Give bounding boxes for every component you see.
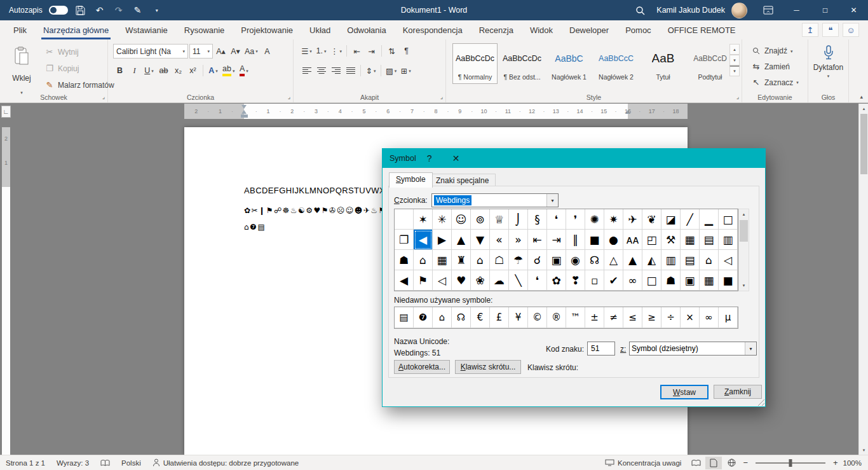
symbol-cell[interactable]: ✺: [585, 209, 604, 230]
zoom-percentage[interactable]: 100%: [841, 459, 868, 467]
symbol-cell[interactable]: ◁: [719, 250, 738, 270]
document-scrollbar[interactable]: ▴ ▾: [858, 104, 868, 455]
bold-button[interactable]: B: [113, 64, 126, 78]
symbol-cell[interactable]: □: [642, 270, 661, 291]
symbol-cell[interactable]: ✷: [604, 209, 623, 230]
zoom-slider-thumb[interactable]: [789, 459, 792, 467]
sort-button[interactable]: ⇅: [385, 44, 398, 58]
symbol-cell[interactable]: ❣: [566, 270, 585, 291]
maximize-button[interactable]: □: [811, 0, 839, 20]
find-button[interactable]: Znajdź ▾: [749, 45, 801, 57]
dialog-font-combobox[interactable]: Webdings ▾: [431, 193, 559, 207]
dictate-button[interactable]: Dyktafon ▾: [808, 45, 848, 78]
select-button[interactable]: ↖ Zaznacz ▾: [749, 76, 801, 88]
ribbon-tab-projektowanie[interactable]: Projektowanie: [233, 20, 301, 39]
symbol-cell[interactable]: ▦: [700, 270, 719, 291]
format-painter-button[interactable]: ✎ Malarz formatów: [42, 79, 117, 91]
scrollbar-thumb[interactable]: [740, 220, 748, 242]
symbol-cell[interactable]: §: [528, 209, 547, 230]
symbol-cell[interactable]: ◀: [395, 270, 414, 291]
recent-symbol-cell[interactable]: ☊: [452, 307, 471, 328]
symbol-cell[interactable]: ◁: [433, 270, 452, 291]
symbol-cell[interactable]: ⇤: [528, 230, 547, 250]
zoom-out-button[interactable]: −: [740, 458, 750, 467]
style-card-¶ Normalny[interactable]: AaBbCcDc¶ Normalny: [452, 43, 498, 84]
symbol-cell[interactable]: ◰: [642, 230, 661, 250]
print-layout-icon[interactable]: [705, 457, 722, 469]
symbol-cell[interactable]: ❛: [528, 270, 547, 291]
symbol-cell[interactable]: ▥: [719, 230, 738, 250]
decrease-indent-button[interactable]: ⇤: [350, 44, 363, 58]
symbol-cell[interactable]: ✔: [604, 270, 623, 291]
symbol-cell[interactable]: ✳: [433, 209, 452, 230]
symbol-cell[interactable]: ▤: [700, 230, 719, 250]
web-layout-icon[interactable]: [723, 457, 740, 469]
symbol-cell[interactable]: «: [490, 230, 509, 250]
gallery-more-icon[interactable]: ▾: [729, 66, 740, 76]
vertical-ruler[interactable]: 21: [2, 127, 10, 455]
ribbon-display-options-icon[interactable]: [754, 0, 782, 20]
symbol-cell[interactable]: ▲: [623, 250, 642, 270]
recent-symbol-cell[interactable]: μ: [719, 307, 738, 328]
focus-mode-button[interactable]: Koncentracja uw​agi: [599, 455, 687, 470]
page-number-status[interactable]: Strona 1 z 1: [0, 455, 51, 470]
paste-button[interactable]: Wklej ▾: [5, 43, 38, 97]
symbol-cell[interactable]: ⌂: [700, 250, 719, 270]
underline-button[interactable]: U▾: [142, 64, 156, 78]
user-avatar[interactable]: [731, 3, 747, 18]
align-center-button[interactable]: [315, 64, 328, 78]
proofing-book-icon[interactable]: [95, 455, 116, 470]
ribbon-tab-odwołania[interactable]: Odwołania: [339, 20, 394, 39]
symbol-cell[interactable]: ⇥: [547, 230, 566, 250]
font-color-button[interactable]: A▾: [237, 64, 250, 78]
style-card-Nagłówek 1[interactable]: AaBbCNagłówek 1: [546, 43, 592, 84]
symbol-cell[interactable]: ▼: [471, 230, 490, 250]
symbol-cell[interactable]: ⌂: [471, 250, 490, 270]
symbol-cell[interactable]: ❛: [547, 209, 566, 230]
autocorrect-button[interactable]: Autokorekta...: [394, 360, 450, 374]
symbol-cell[interactable]: ☌: [528, 250, 547, 270]
grow-font-button[interactable]: A▴: [214, 45, 227, 59]
strikethrough-button[interactable]: ab: [157, 64, 170, 78]
recent-symbol-cell[interactable]: ¥: [509, 307, 528, 328]
collapse-ribbon-icon[interactable]: ▴: [860, 93, 863, 100]
ribbon-tab-pomoc[interactable]: Pomoc: [617, 20, 659, 39]
style-card-Nagłówek 2[interactable]: AaBbCcCNagłówek 2: [593, 43, 639, 84]
chevron-down-icon[interactable]: ▾: [546, 194, 558, 207]
symbol-cell[interactable]: ❀: [471, 270, 490, 291]
dialog-close-button[interactable]: ✕: [443, 149, 470, 168]
symbol-cell[interactable]: ▤: [681, 250, 700, 270]
ribbon-tab-układ[interactable]: Układ: [301, 20, 339, 39]
font-size-combobox[interactable]: 11 ▾: [189, 44, 213, 59]
share-icon[interactable]: ↥: [802, 23, 818, 37]
tab-znaki-specjalne[interactable]: Znaki specjalne: [429, 174, 496, 187]
recent-symbol-cell[interactable]: ±: [585, 307, 604, 328]
symbol-cell[interactable]: ▦: [433, 250, 452, 270]
recent-symbol-cell[interactable]: ®: [547, 307, 566, 328]
scrollbar-thumb[interactable]: [860, 114, 867, 174]
symbol-cell[interactable]: ♕: [490, 209, 509, 230]
superscript-button[interactable]: x²: [186, 64, 200, 78]
symbol-cell[interactable]: ☗: [661, 270, 681, 291]
cut-button[interactable]: ✂ Wytnij: [42, 46, 117, 58]
font-name-combobox[interactable]: Calibri Light (Na ▾: [113, 44, 188, 59]
zoom-slider[interactable]: [756, 462, 825, 464]
style-card-¶ Bez odst...[interactable]: AaBbCcDc¶ Bez odst...: [499, 43, 545, 84]
symbol-cell[interactable]: ▦: [681, 230, 700, 250]
numbering-button[interactable]: 1.▾: [315, 44, 328, 58]
symbol-cell[interactable]: ╲: [509, 270, 528, 291]
symbol-cell[interactable]: ∞: [623, 270, 642, 291]
recent-symbol-cell[interactable]: ≥: [642, 307, 661, 328]
symbol-cell[interactable]: ❜: [566, 209, 585, 230]
symbol-cell[interactable]: ⚒: [661, 230, 681, 250]
recent-symbol-cell[interactable]: ▤: [395, 307, 414, 328]
ribbon-tab-narzędzia-główne[interactable]: Narzędzia główne: [35, 20, 117, 39]
shortcut-key-button[interactable]: Klawisz skrótu...: [455, 360, 521, 374]
style-card-Podtytuł[interactable]: AaBbCcDPodtytuł: [688, 43, 733, 84]
from-combobox[interactable]: Symbol (dziesiętny) ▾: [629, 342, 757, 356]
language-status[interactable]: Polski: [116, 455, 147, 470]
scroll-up-icon[interactable]: ▴: [739, 209, 749, 219]
symbol-cell[interactable]: △: [604, 250, 623, 270]
comments-icon[interactable]: ❝: [822, 23, 839, 37]
subscript-button[interactable]: x₂: [172, 64, 185, 78]
